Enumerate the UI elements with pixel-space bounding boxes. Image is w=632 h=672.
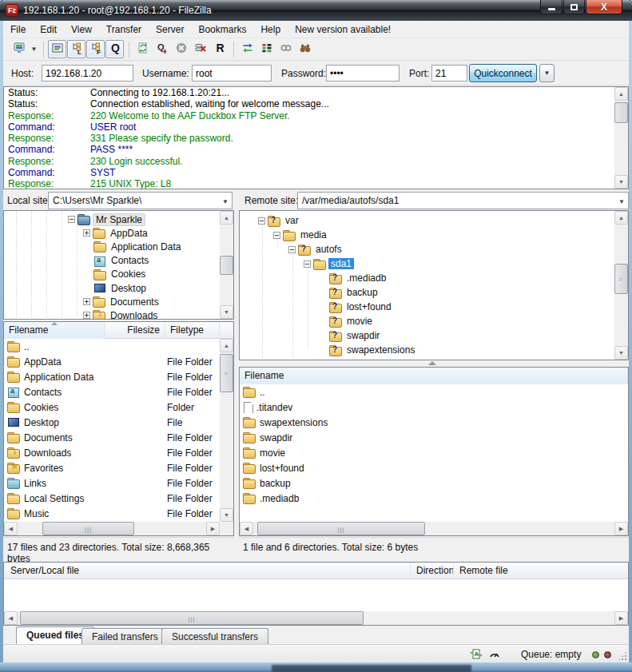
file-row-local-settings[interactable]: Local SettingsFile Folder	[4, 491, 220, 506]
tree-item-application-data[interactable]: Application Data	[4, 240, 220, 253]
tab-successful-transfers[interactable]: Successful transfers	[161, 628, 268, 644]
process-queue-button[interactable]: Q	[153, 40, 171, 58]
file-row--mediadb[interactable]: .mediadb	[240, 491, 628, 506]
quickconnect-dropdown-button[interactable]: ▼	[539, 64, 554, 82]
remote-splitter-collapse-arrow[interactable]	[428, 361, 436, 365]
file-row-movie[interactable]: movie	[240, 445, 628, 460]
menu-item-file[interactable]: File	[3, 22, 33, 38]
local-list-hscrollbar[interactable]: ◀ ||| ▶	[4, 522, 220, 535]
file-search-button[interactable]	[296, 40, 314, 58]
file-row-lost-found[interactable]: lost+found	[240, 460, 628, 475]
tree-item-sda1[interactable]: sda1	[240, 256, 614, 271]
local-site-combo[interactable]: C:\Users\Mr Sparkle\▼	[48, 192, 233, 209]
directory-comparison-button[interactable]	[238, 40, 256, 58]
file-row-desktop[interactable]: DesktopFile	[4, 415, 220, 430]
tree-item-swapextensions[interactable]: ?swapextensions	[240, 343, 614, 357]
file-row-documents[interactable]: DocumentsFile Folder	[4, 430, 220, 445]
minimize-button[interactable]	[540, 0, 562, 14]
tree-item-backup[interactable]: ?backup	[240, 285, 614, 300]
file-row-favorites[interactable]: ★FavoritesFile Folder	[4, 460, 220, 475]
collapse-icon[interactable]	[288, 246, 296, 253]
collapse-icon[interactable]	[304, 260, 311, 268]
file-row-cookies[interactable]: CookiesFolder	[4, 400, 220, 415]
column-header-filesize[interactable]: Filesize	[105, 322, 165, 339]
tree-item-media[interactable]: media	[240, 228, 614, 242]
menu-item-edit[interactable]: Edit	[33, 22, 64, 38]
pane-splitter[interactable]	[234, 192, 239, 558]
close-button[interactable]: X	[586, 0, 622, 14]
cancel-button[interactable]	[172, 40, 190, 58]
column-header-filetype[interactable]: Filetype	[165, 322, 220, 339]
remote-list-hscrollbar[interactable]: ◀ ||| ▶	[240, 522, 628, 535]
tree-item-movie[interactable]: ?movie	[240, 314, 614, 328]
port-input[interactable]	[431, 65, 467, 82]
toggle-remote-tree-button[interactable]: F	[86, 40, 105, 58]
quickconnect-button[interactable]: Quickconnect	[469, 64, 537, 82]
site-manager-button[interactable]	[10, 40, 28, 58]
local-list-scrollbar[interactable]: ▲ = ▼	[220, 339, 233, 522]
menu-item-help[interactable]: Help	[253, 22, 288, 38]
file-row--[interactable]: ..	[240, 384, 628, 400]
column-header-filename[interactable]: Filename	[4, 322, 105, 339]
menu-item-transfer[interactable]: Transfer	[99, 22, 149, 38]
file-row-swapdir[interactable]: swapdir	[240, 430, 628, 445]
remote-site-combo[interactable]: /var/media/autofs/sda1▼	[297, 192, 629, 209]
file-row-appdata[interactable]: AppDataFile Folder	[4, 354, 220, 369]
toggle-log-button[interactable]	[48, 40, 66, 58]
disconnect-button[interactable]	[191, 40, 209, 58]
expand-icon[interactable]	[83, 298, 90, 305]
tree-item-appdata[interactable]: AppData	[4, 226, 220, 240]
expand-icon[interactable]	[83, 312, 90, 319]
expand-icon[interactable]	[83, 229, 90, 237]
file-row--[interactable]: ..	[4, 339, 220, 354]
tree-item-var[interactable]: ?var	[240, 213, 614, 228]
tree-item-swapdir[interactable]: ?swapdir	[240, 328, 614, 343]
maximize-button[interactable]	[563, 0, 585, 14]
username-input[interactable]	[192, 65, 272, 82]
collapse-icon[interactable]	[68, 216, 75, 223]
log-scrollbar[interactable]: ▲ ▼	[614, 87, 628, 189]
toggle-local-tree-button[interactable]: L	[67, 40, 85, 58]
site-manager-dropdown-button[interactable]: ▼	[29, 40, 39, 58]
tree-item-contacts[interactable]: aContacts	[4, 254, 220, 268]
file-row-downloads[interactable]: ↓DownloadsFile Folder	[4, 445, 220, 460]
reconnect-button[interactable]: R	[210, 40, 229, 58]
menu-item-new-version-available-[interactable]: New version available!	[288, 22, 398, 38]
speed-limits-icon[interactable]	[488, 648, 501, 663]
local-tree-scrollbar[interactable]: ▲ ▼	[220, 211, 233, 319]
collapse-icon[interactable]	[273, 232, 280, 239]
remote-tree-scrollbar[interactable]: ▲ = ▼	[614, 211, 628, 360]
menu-item-server[interactable]: Server	[149, 22, 191, 38]
directory-listing-filter-button[interactable]	[257, 40, 276, 58]
menu-item-view[interactable]: View	[64, 22, 99, 38]
tree-item--mediadb[interactable]: ?.mediadb	[240, 271, 614, 285]
column-header-direction[interactable]: Direction	[416, 565, 454, 576]
transfer-type-icon[interactable]: A	[470, 648, 483, 663]
file-row-links[interactable]: LinksFile Folder	[4, 475, 220, 491]
tree-item-lost-found[interactable]: ?lost+found	[240, 300, 614, 314]
file-row--titandev[interactable]: .titandev	[240, 400, 628, 415]
tab-failed-transfers[interactable]: Failed transfers	[81, 628, 169, 644]
tree-item-mr-sparkle[interactable]: Mr Sparkle	[4, 213, 220, 226]
column-header-server-local-file[interactable]: Server/Local file	[10, 565, 79, 576]
file-row-backup[interactable]: backup	[240, 475, 628, 491]
tree-item-cookies[interactable]: Cookies	[4, 268, 220, 281]
file-row-contacts[interactable]: aContactsFile Folder	[4, 384, 220, 400]
file-row-swapextensions[interactable]: swapextensions	[240, 415, 628, 430]
refresh-button[interactable]	[133, 40, 152, 58]
collapse-icon[interactable]	[258, 217, 265, 225]
password-input[interactable]	[326, 65, 399, 82]
tree-item-autofs[interactable]: ?autofs	[240, 242, 614, 256]
toggle-queue-button[interactable]: Q	[105, 40, 124, 58]
column-header-remote-file[interactable]: Remote file	[459, 565, 508, 576]
tree-item-desktop[interactable]: Desktop	[4, 281, 220, 295]
synchronized-browsing-button[interactable]	[276, 40, 295, 58]
column-header-filename[interactable]: Filename	[240, 368, 628, 384]
file-row-music[interactable]: MusicFile Folder	[4, 506, 220, 521]
queue-hscrollbar[interactable]: ◀ ||| ▶	[4, 611, 628, 625]
host-input[interactable]	[42, 65, 133, 82]
menu-item-bookmarks[interactable]: Bookmarks	[191, 22, 253, 38]
title-bar[interactable]: Fz 192.168.1.20 - root@192.168.1.20 - Fi…	[0, 0, 632, 21]
tree-item-documents[interactable]: Documents	[4, 295, 220, 308]
resize-grip[interactable]	[618, 651, 627, 661]
